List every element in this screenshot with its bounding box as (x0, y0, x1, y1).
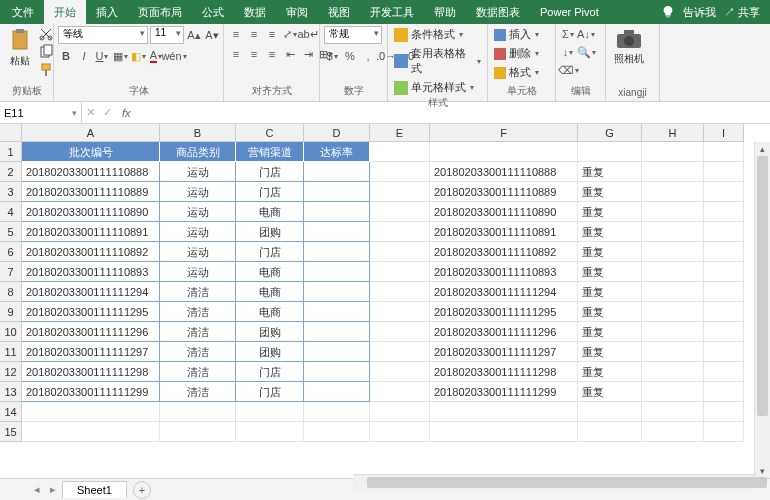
cell[interactable] (430, 402, 578, 422)
cell[interactable] (370, 302, 430, 322)
cell[interactable]: 团购 (236, 222, 304, 242)
cell[interactable]: 清洁 (160, 282, 236, 302)
cell[interactable] (370, 162, 430, 182)
cell[interactable]: 运动 (160, 242, 236, 262)
cell[interactable]: 运动 (160, 182, 236, 202)
cell[interactable] (304, 302, 370, 322)
increase-font-icon[interactable]: A▴ (186, 27, 202, 43)
font-name-select[interactable]: 等线 (58, 26, 148, 44)
cell[interactable] (642, 182, 704, 202)
comma-icon[interactable]: , (360, 48, 376, 64)
cell[interactable]: 20180203300111111299 (22, 382, 160, 402)
cell[interactable]: 20180203300111110889 (430, 182, 578, 202)
cut-icon[interactable] (38, 26, 54, 42)
cell[interactable] (642, 162, 704, 182)
cell[interactable] (370, 402, 430, 422)
cell[interactable] (304, 162, 370, 182)
cell[interactable]: 20180203300111110892 (22, 242, 160, 262)
cell[interactable] (578, 142, 642, 162)
cell[interactable] (22, 402, 160, 422)
decrease-font-icon[interactable]: A▾ (204, 27, 220, 43)
cell[interactable] (22, 422, 160, 442)
fill-color-icon[interactable]: ◧▾ (130, 48, 146, 64)
cell[interactable] (642, 342, 704, 362)
cell[interactable] (430, 142, 578, 162)
cell[interactable] (704, 322, 744, 342)
cell[interactable] (642, 302, 704, 322)
col-header[interactable]: G (578, 124, 642, 142)
clear-icon[interactable]: ⌫▾ (560, 62, 576, 78)
col-header[interactable]: C (236, 124, 304, 142)
cell[interactable] (642, 282, 704, 302)
delete-cells-button[interactable]: 删除▾ (492, 45, 541, 62)
cell[interactable] (370, 342, 430, 362)
cell[interactable]: 20180203300111111296 (430, 322, 578, 342)
cell[interactable] (704, 202, 744, 222)
cell[interactable] (304, 382, 370, 402)
cell[interactable]: 重复 (578, 342, 642, 362)
cell[interactable] (304, 362, 370, 382)
camera-button[interactable]: 照相机 (610, 26, 648, 68)
cell[interactable]: 团购 (236, 342, 304, 362)
cell[interactable] (370, 362, 430, 382)
row-header[interactable]: 4 (0, 202, 22, 222)
cell[interactable] (642, 222, 704, 242)
cell[interactable] (642, 142, 704, 162)
border-icon[interactable]: ▦▾ (112, 48, 128, 64)
cell[interactable] (642, 262, 704, 282)
cell[interactable] (304, 282, 370, 302)
row-header[interactable]: 10 (0, 322, 22, 342)
add-sheet-button[interactable]: + (133, 481, 151, 499)
row-header[interactable]: 2 (0, 162, 22, 182)
cell[interactable]: 重复 (578, 262, 642, 282)
row-header[interactable]: 3 (0, 182, 22, 202)
cell[interactable]: 20180203300111110893 (22, 262, 160, 282)
paste-button[interactable]: 粘贴 (4, 26, 36, 70)
cell[interactable] (304, 262, 370, 282)
cell[interactable] (704, 142, 744, 162)
cell[interactable]: 20180203300111110891 (22, 222, 160, 242)
fx-icon[interactable]: fx (116, 107, 137, 119)
menu-tab-0[interactable]: 文件 (2, 0, 44, 24)
cell[interactable] (642, 402, 704, 422)
cell[interactable] (304, 402, 370, 422)
italic-icon[interactable]: I (76, 48, 92, 64)
cell[interactable] (704, 282, 744, 302)
horizontal-scrollbar[interactable] (353, 474, 754, 490)
cell[interactable]: 团购 (236, 322, 304, 342)
cell[interactable] (160, 422, 236, 442)
cell[interactable]: 营销渠道 (236, 142, 304, 162)
cell[interactable]: 清洁 (160, 342, 236, 362)
menu-tab-1[interactable]: 开始 (44, 0, 86, 24)
cell[interactable] (304, 182, 370, 202)
enter-formula-icon[interactable]: ✓ (99, 106, 116, 119)
cell[interactable] (236, 402, 304, 422)
cell[interactable] (370, 282, 430, 302)
underline-icon[interactable]: U▾ (94, 48, 110, 64)
fill-icon[interactable]: ↓▾ (560, 44, 576, 60)
bold-icon[interactable]: B (58, 48, 74, 64)
row-header[interactable]: 15 (0, 422, 22, 442)
cell[interactable]: 20180203300111110893 (430, 262, 578, 282)
row-header[interactable]: 11 (0, 342, 22, 362)
cell[interactable]: 门店 (236, 182, 304, 202)
cell[interactable] (642, 202, 704, 222)
cell[interactable] (370, 382, 430, 402)
cell[interactable]: 重复 (578, 362, 642, 382)
name-box[interactable]: E11 (0, 102, 82, 124)
cancel-formula-icon[interactable]: ✕ (82, 106, 99, 119)
cell[interactable] (370, 182, 430, 202)
cell[interactable]: 清洁 (160, 322, 236, 342)
cell[interactable]: 重复 (578, 222, 642, 242)
tell-me[interactable]: 告诉我 (683, 5, 716, 20)
cell[interactable]: 门店 (236, 382, 304, 402)
cell[interactable]: 运动 (160, 162, 236, 182)
cell[interactable]: 重复 (578, 202, 642, 222)
find-icon[interactable]: 🔍▾ (578, 44, 594, 60)
cell[interactable] (704, 262, 744, 282)
col-header[interactable]: E (370, 124, 430, 142)
cell[interactable]: 重复 (578, 322, 642, 342)
align-middle-icon[interactable]: ≡ (246, 26, 262, 42)
percent-icon[interactable]: % (342, 48, 358, 64)
format-painter-icon[interactable] (38, 62, 54, 78)
